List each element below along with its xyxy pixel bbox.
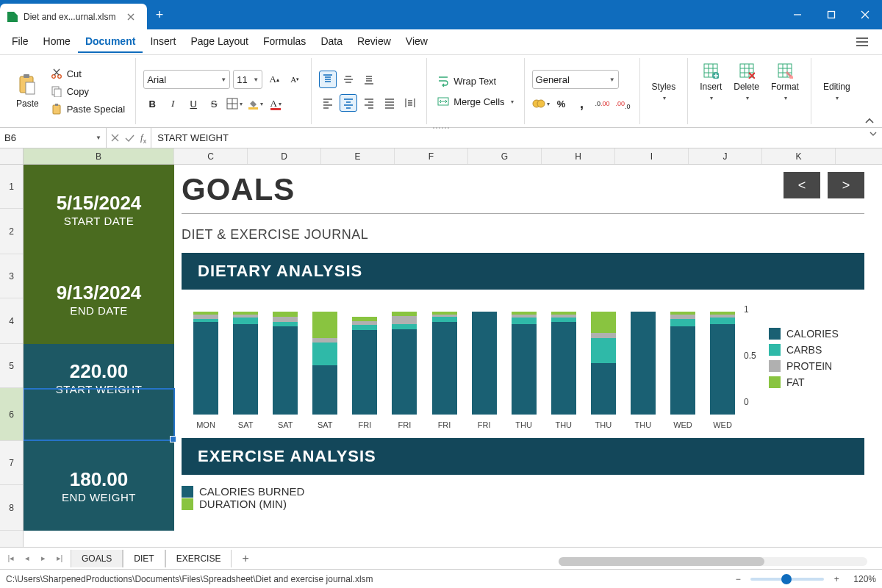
borders-button[interactable]: ▾ [226,95,243,112]
menu-data[interactable]: Data [313,31,350,53]
align-left-button[interactable] [319,94,337,112]
row-header-4[interactable]: 4 [0,298,23,344]
add-sheet-button[interactable]: + [232,548,259,569]
nav-next-button[interactable]: > [828,172,864,198]
strikethrough-button[interactable]: S [205,95,223,112]
number-format-select[interactable]: General▼ [532,70,619,89]
increase-font-icon[interactable]: A▴ [265,71,283,88]
col-header-H[interactable]: H [542,148,615,164]
font-color-button[interactable]: A▾ [267,95,284,112]
font-name-select[interactable]: Arial▼ [143,70,230,89]
menu-view[interactable]: View [398,31,435,53]
align-middle-button[interactable] [340,71,357,88]
col-header-D[interactable]: D [248,148,321,164]
fx-icon[interactable]: fx [140,132,146,145]
close-tab-icon[interactable] [125,11,137,23]
format-cells-button[interactable]: Format▾ [767,60,803,104]
file-icon [7,12,18,22]
align-center-button[interactable] [340,94,357,112]
merge-cells-button[interactable]: Merge Cells▾ [434,94,516,109]
new-tab-button[interactable]: + [147,0,172,29]
wrap-text-button[interactable]: Wrap Text [434,74,516,88]
col-header-G[interactable]: G [468,148,542,164]
start-date-block: 5/15/2024 START DATE [24,165,174,254]
end-weight-block: 180.00 END WEIGHT [24,441,174,531]
maximize-button[interactable] [814,0,848,29]
col-header-C[interactable]: C [174,148,248,164]
align-top-button[interactable] [319,71,337,88]
expand-formula-icon[interactable] [869,131,878,137]
row-header-7[interactable]: 7 [0,441,23,485]
font-size-select[interactable]: 11▼ [233,70,262,89]
row-header-2[interactable]: 2 [0,209,23,254]
paste-special-button[interactable]: Paste Special [48,101,129,116]
comma-button[interactable]: , [573,95,591,112]
sheet-next-icon[interactable]: ▸ [35,551,51,567]
cells[interactable]: 5/15/2024 START DATE 9/13/2024 END DATE … [24,165,882,547]
align-bottom-button[interactable] [360,71,378,88]
tab-label: Diet and ex...urnal.xlsm [24,12,119,22]
sheet-prev-icon[interactable]: ◂ [19,551,35,567]
cut-button[interactable]: Cut [48,66,129,81]
menu-page-layout[interactable]: Page Layout [183,31,256,53]
grab-handle[interactable] [419,126,463,130]
menu-insert[interactable]: Insert [143,31,183,53]
col-header-E[interactable]: E [321,148,395,164]
col-header-B[interactable]: B [24,148,174,164]
minimize-button[interactable] [781,0,814,29]
menu-home[interactable]: Home [36,31,78,53]
row-header-5[interactable]: 5 [0,344,23,388]
fill-color-button[interactable]: ▾ [246,95,264,112]
document-tab[interactable]: Diet and ex...urnal.xlsm [0,4,147,29]
copy-button[interactable]: Copy [48,84,129,98]
svg-rect-11 [248,107,258,110]
styles-button[interactable]: Styles ▾ [648,79,681,104]
sheet-tab-exercise[interactable]: EXERCISE [165,550,232,567]
justify-button[interactable] [381,94,398,112]
row-header-8[interactable]: 8 [0,485,23,531]
editing-button[interactable]: Editing ▾ [819,79,855,104]
col-header-I[interactable]: I [615,148,689,164]
menu-formulas[interactable]: Formulas [256,31,313,53]
zoom-out-button[interactable]: − [731,573,745,586]
formula-input[interactable]: START WEIGHT [151,128,882,148]
col-header-K[interactable]: K [762,148,836,164]
align-right-button[interactable] [360,94,378,112]
cancel-formula-icon[interactable] [111,134,119,142]
bold-button[interactable]: B [143,95,161,112]
delete-cells-button[interactable]: Delete▾ [729,60,764,104]
percent-button[interactable]: % [553,95,570,112]
menu-file[interactable]: File [4,31,36,53]
name-box[interactable]: B6 ▼ [0,128,107,148]
col-header-F[interactable]: F [395,148,468,164]
accept-formula-icon[interactable] [125,134,135,142]
row-header-1[interactable]: 1 [0,165,23,209]
paste-button[interactable]: Paste [12,71,43,112]
sheet-last-icon[interactable]: ▸| [51,551,68,567]
zoom-in-button[interactable]: + [830,573,843,586]
sheet-tab-diet[interactable]: DIET [123,550,165,567]
row-header-6[interactable]: 6 [0,388,23,441]
italic-button[interactable]: I [164,95,182,112]
decrease-decimal-button[interactable]: .00.0 [614,95,632,112]
menu-document[interactable]: Document [78,31,143,53]
sheet-first-icon[interactable]: |◂ [3,551,19,567]
settings-icon[interactable] [847,32,878,51]
sheet-tab-goals[interactable]: GOALS [71,550,123,567]
menu-review[interactable]: Review [350,31,398,53]
nav-prev-button[interactable]: < [784,172,820,198]
close-window-button[interactable] [848,0,882,29]
insert-cells-button[interactable]: Insert▾ [695,60,726,104]
decrease-font-icon[interactable]: A▾ [286,71,304,88]
underline-button[interactable]: U [184,95,202,112]
horizontal-scrollbar[interactable] [559,557,867,566]
svg-point-4 [51,75,55,79]
zoom-slider[interactable] [750,578,824,581]
col-header-J[interactable]: J [689,148,762,164]
select-all-corner[interactable] [0,148,24,164]
collapse-ribbon-icon[interactable] [864,117,875,124]
row-header-3[interactable]: 3 [0,254,23,298]
distributed-button[interactable] [401,94,419,112]
currency-button[interactable]: ▾ [532,95,550,112]
increase-decimal-button[interactable]: .0.00 [594,95,612,112]
